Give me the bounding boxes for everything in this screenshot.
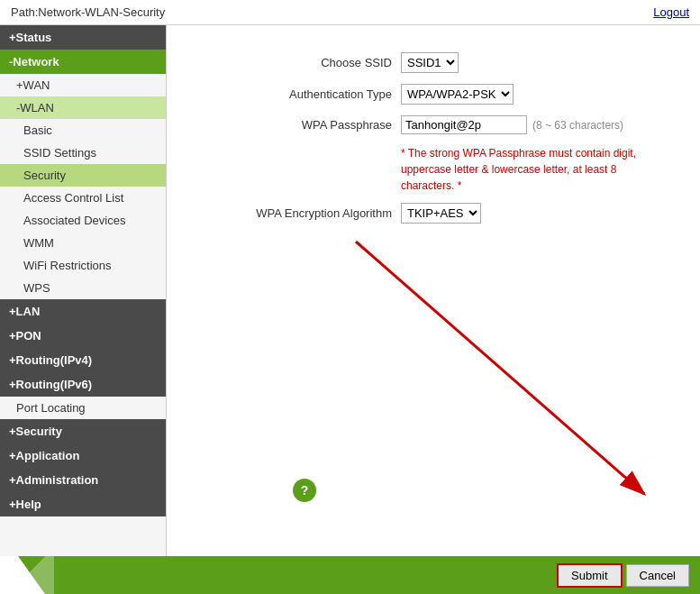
form-table: Choose SSID SSID1 SSID2 SSID3 SSID4 Auth…	[194, 52, 673, 224]
sidebar-item-routing-ipv6[interactable]: +Routing(IPv6)	[0, 372, 166, 397]
sidebar-item-ssid-settings[interactable]: SSID Settings	[0, 142, 166, 164]
sidebar-item-wifi-restrictions[interactable]: WiFi Restrictions	[0, 254, 166, 277]
sidebar: +Status-Network+WAN-WLANBasicSSID Settin…	[0, 25, 167, 556]
passphrase-hint: (8 ~ 63 characters)	[532, 119, 623, 132]
sidebar-item-port-locating[interactable]: Port Locating	[0, 397, 166, 419]
passphrase-input[interactable]	[401, 115, 527, 134]
sidebar-item-pon[interactable]: +PON	[0, 324, 166, 348]
content-area: Choose SSID SSID1 SSID2 SSID3 SSID4 Auth…	[167, 25, 700, 556]
sidebar-item-routing-ipv4[interactable]: +Routing(IPv4)	[0, 348, 166, 372]
cancel-button[interactable]: Cancel	[626, 564, 689, 587]
sidebar-item-security[interactable]: Security	[0, 164, 166, 187]
auth-type-row: Authentication Type WPA/WPA2-PSK WPA-PSK…	[194, 84, 673, 105]
passphrase-row: WPA Passphrase (8 ~ 63 characters)	[194, 115, 673, 134]
main-layout: +Status-Network+WAN-WLANBasicSSID Settin…	[0, 25, 700, 556]
sidebar-item-security-menu[interactable]: +Security	[0, 419, 166, 443]
encryption-select[interactable]: TKIP+AES TKIP AES	[401, 203, 481, 224]
sidebar-item-network[interactable]: -Network	[0, 50, 166, 74]
sidebar-item-wps[interactable]: WPS	[0, 277, 166, 299]
choose-ssid-select[interactable]: SSID1 SSID2 SSID3 SSID4	[401, 52, 459, 73]
encryption-row: WPA Encryption Algorithm TKIP+AES TKIP A…	[194, 203, 673, 224]
breadcrumb: Path:Network-WLAN-Security	[11, 5, 165, 19]
sidebar-item-basic[interactable]: Basic	[0, 119, 166, 142]
auth-type-label: Authentication Type	[194, 87, 392, 101]
top-bar: Path:Network-WLAN-Security Logout	[0, 0, 700, 25]
sidebar-item-lan[interactable]: +LAN	[0, 299, 166, 324]
bottom-bar-decoration	[0, 556, 45, 594]
bottom-bar: Submit Cancel	[0, 556, 700, 594]
svg-line-1	[356, 242, 644, 494]
sidebar-item-acl[interactable]: Access Control List	[0, 187, 166, 209]
sidebar-item-wlan[interactable]: -WLAN	[0, 96, 166, 119]
encryption-label: WPA Encryption Algorithm	[194, 206, 392, 220]
passphrase-label: WPA Passphrase	[194, 118, 392, 132]
help-button[interactable]: ?	[293, 479, 316, 502]
submit-button[interactable]: Submit	[557, 563, 622, 588]
auth-type-select[interactable]: WPA/WPA2-PSK WPA-PSK WPA2-PSK Open WEP	[401, 84, 514, 105]
sidebar-item-application[interactable]: +Application	[0, 443, 166, 468]
logout-link[interactable]: Logout	[653, 5, 689, 19]
sidebar-item-wmm[interactable]: WMM	[0, 232, 166, 254]
choose-ssid-row: Choose SSID SSID1 SSID2 SSID3 SSID4	[194, 52, 673, 73]
sidebar-item-help[interactable]: +Help	[0, 492, 166, 516]
sidebar-item-administration[interactable]: +Administration	[0, 468, 166, 492]
choose-ssid-label: Choose SSID	[194, 56, 392, 69]
arrow-annotation	[302, 187, 700, 548]
warning-message: * The strong WPA Passphrase must contain…	[401, 145, 673, 194]
sidebar-item-status[interactable]: +Status	[0, 25, 166, 50]
sidebar-item-wan[interactable]: +WAN	[0, 74, 166, 96]
sidebar-item-associated-devices[interactable]: Associated Devices	[0, 209, 166, 232]
